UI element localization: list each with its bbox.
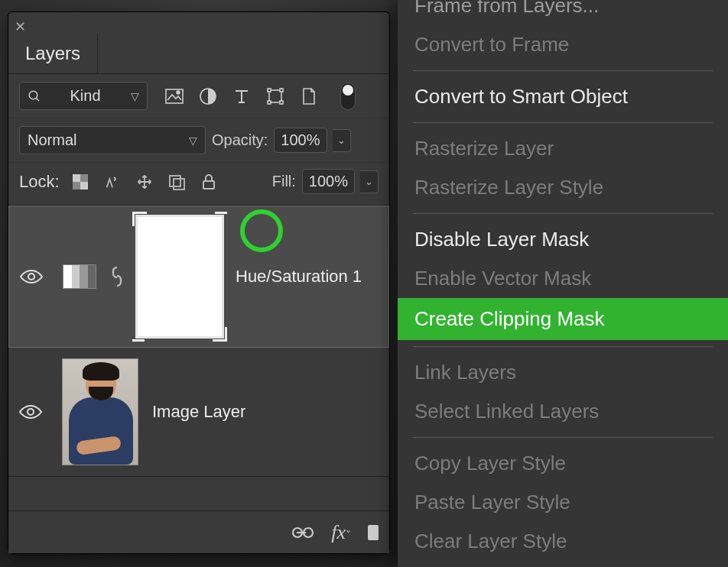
svg-point-19 [28, 274, 34, 280]
opacity-value: 100% [281, 131, 320, 149]
menu-separator [413, 346, 713, 347]
opacity-value-input[interactable]: 100% [274, 128, 327, 153]
svg-rect-11 [268, 101, 271, 104]
menu-separator [413, 213, 713, 214]
more-footer-icon[interactable] [368, 523, 379, 542]
adjustment-layer-icon [63, 264, 96, 289]
type-layer-filter-icon[interactable] [232, 86, 252, 106]
svg-rect-9 [268, 89, 271, 92]
svg-point-0 [29, 91, 37, 99]
svg-point-20 [28, 409, 34, 415]
menu-item-enable-vector-mask: Enable Vector Mask [398, 259, 728, 298]
lock-label: Lock: [19, 172, 60, 192]
layers-panel: ✕ Layers Kind ▽ [8, 11, 390, 554]
mask-link-icon[interactable] [110, 265, 124, 288]
svg-point-3 [177, 91, 180, 94]
fill-label: Fill: [272, 173, 296, 190]
mask-selection-corners [138, 217, 222, 336]
menu-item-rasterize-layer: Rasterize Layer [398, 129, 728, 168]
svg-rect-10 [280, 89, 283, 92]
panel-tabs: Layers [8, 34, 389, 74]
visibility-toggle-icon[interactable] [18, 403, 41, 420]
svg-line-1 [36, 98, 39, 101]
lock-artboard-icon[interactable] [167, 172, 187, 192]
kind-filter-dropdown[interactable]: Kind ▽ [19, 82, 148, 110]
tab-layers[interactable]: Layers [8, 34, 98, 73]
layers-panel-footer: fx˅ [8, 510, 389, 553]
menu-item-create-clipping-mask[interactable]: Create Clipping Mask [398, 298, 728, 340]
adjustment-layer-filter-icon[interactable] [198, 86, 218, 106]
menu-item-disable-layer-mask[interactable]: Disable Layer Mask [398, 220, 728, 259]
shape-layer-filter-icon[interactable] [265, 86, 285, 106]
lock-pixels-icon[interactable] [102, 172, 122, 192]
visibility-toggle-icon[interactable] [19, 268, 42, 285]
chevron-down-icon: ▽ [189, 134, 197, 147]
menu-item-convert-smart-object[interactable]: Convert to Smart Object [398, 77, 728, 116]
lock-fill-row: Lock: Fill: 100% ⌄ [8, 162, 389, 206]
filter-type-icons [164, 83, 356, 110]
layer-name[interactable]: Image Layer [152, 402, 245, 422]
blend-mode-dropdown[interactable]: Normal ▽ [19, 126, 206, 154]
svg-rect-14 [73, 174, 80, 182]
fill-stepper[interactable]: ⌄ [360, 170, 379, 193]
smartobject-filter-icon[interactable] [299, 86, 319, 106]
lock-all-icon[interactable] [199, 172, 219, 192]
layer-list: Hue/Saturation 1 Image Layer [8, 206, 389, 510]
chevron-down-icon: ▽ [131, 90, 139, 102]
lock-transparency-icon[interactable] [70, 172, 90, 192]
filter-row: Kind ▽ [8, 74, 389, 118]
svg-rect-12 [280, 101, 283, 104]
layer-mask-wrap [138, 217, 222, 336]
layer-name[interactable]: Hue/Saturation 1 [236, 267, 362, 287]
layer-row[interactable]: Image Layer [8, 348, 389, 477]
svg-rect-18 [203, 181, 214, 189]
menu-item-select-linked-layers: Select Linked Layers [398, 392, 728, 431]
menu-item-convert-to-frame: Convert to Frame [398, 25, 728, 64]
kind-filter-label: Kind [70, 87, 100, 105]
layer-context-menu: Frame from Layers... Convert to Frame Co… [398, 0, 728, 567]
menu-item-paste-layer-style: Paste Layer Style [398, 483, 728, 522]
layer-row[interactable]: Hue/Saturation 1 [8, 206, 389, 348]
menu-item-clear-layer-style: Clear Layer Style [398, 522, 728, 561]
lock-icons [70, 172, 219, 192]
svg-rect-17 [174, 179, 184, 190]
pixel-layer-filter-icon[interactable] [164, 86, 184, 106]
menu-separator [413, 70, 713, 71]
fill-value-input[interactable]: 100% [302, 169, 355, 194]
menu-item-copy-layer-style: Copy Layer Style [398, 444, 728, 483]
menu-item-rasterize-layer-style: Rasterize Layer Style [398, 168, 728, 207]
blend-mode-value: Normal [28, 131, 76, 149]
svg-rect-16 [170, 176, 180, 186]
fill-value: 100% [309, 173, 348, 190]
layer-effects-icon[interactable]: fx˅ [331, 521, 351, 544]
menu-item-link-layers: Link Layers [398, 353, 728, 392]
opacity-label: Opacity: [212, 131, 268, 149]
svg-rect-15 [80, 182, 88, 190]
lock-position-icon[interactable] [135, 172, 154, 192]
blend-opacity-row: Normal ▽ Opacity: 100% ⌄ [8, 118, 389, 162]
layer-thumbnail[interactable] [62, 358, 138, 465]
opacity-stepper[interactable]: ⌄ [333, 129, 351, 152]
close-icon[interactable]: ✕ [15, 18, 26, 35]
svg-rect-24 [368, 525, 379, 540]
link-layers-icon[interactable] [291, 526, 314, 539]
menu-separator [413, 437, 713, 438]
menu-separator [413, 122, 713, 123]
annotation-circle [240, 209, 283, 252]
menu-item-frame-from-layers[interactable]: Frame from Layers... [398, 0, 728, 25]
filter-toggle[interactable] [340, 83, 356, 110]
search-icon [28, 89, 41, 103]
